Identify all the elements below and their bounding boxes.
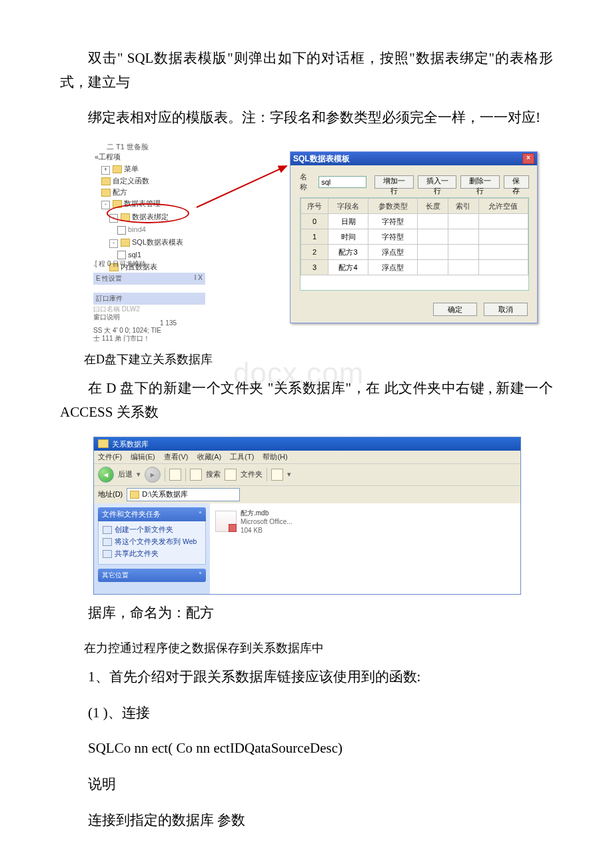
task-link[interactable]: 创建一个新文件夹 — [103, 524, 201, 536]
collapse-icon[interactable]: - — [101, 201, 110, 209]
table-row[interactable]: 3配方4浮点型 — [301, 260, 528, 275]
add-row-button[interactable]: 增加一行 — [374, 175, 414, 189]
dialog-toolbar: 名称 增加一行 插入一行 删除一行 保存 — [300, 172, 529, 192]
file-item[interactable]: 配方.mdb Microsoft Office... 104 KB — [215, 509, 515, 535]
col-header[interactable]: 索引 — [448, 199, 478, 214]
file-icon — [117, 251, 126, 259]
cell-type[interactable]: 字符型 — [368, 214, 418, 229]
folder-icon — [101, 177, 111, 185]
file-name: 配方.mdb — [241, 509, 293, 517]
tree-item[interactable]: +菜单 — [101, 163, 183, 175]
cell-null[interactable] — [478, 245, 528, 260]
screenshot-explorer: 关系数据库 文件(F) 编辑(E) 查看(V) 收藏(A) 工具(T) 帮助(H… — [93, 437, 521, 595]
tree-item[interactable]: 配方 — [101, 187, 183, 198]
save-button[interactable]: 保存 — [504, 175, 529, 189]
cell-index-flag[interactable] — [448, 229, 478, 245]
cell-len[interactable] — [418, 229, 448, 245]
col-header[interactable]: 序号 — [301, 199, 328, 214]
paragraph-6: 在力控通过程序使之数据保存到关系数据库中 — [60, 637, 553, 659]
search-icon[interactable] — [190, 469, 202, 481]
forward-button[interactable]: ► — [145, 467, 161, 483]
cell-null[interactable] — [478, 260, 528, 275]
cell-field[interactable]: 配方4 — [328, 260, 368, 275]
task-link[interactable]: 将这个文件夹发布到 Web — [103, 536, 201, 548]
back-label: 后退 — [118, 469, 133, 479]
paragraph-7: 1、首先介绍对于跟关系数据库链接应该使用到的函数: — [60, 665, 553, 689]
cell-index-flag[interactable] — [448, 214, 478, 229]
paragraph-8: (1 )、连接 — [60, 701, 553, 725]
search-label: 搜索 — [206, 469, 221, 479]
paragraph-3: 在D盘下建立关系数据库 — [60, 349, 553, 370]
col-header[interactable]: 字段名 — [328, 199, 368, 214]
insert-row-button[interactable]: 插入一行 — [418, 175, 457, 189]
ok-button[interactable]: 确定 — [433, 303, 477, 316]
table-row[interactable]: 0日期字符型 — [301, 214, 528, 229]
explorer-toolbar: ◄ 后退 ▾ ► 搜索 文件夹 ▾ — [94, 463, 520, 486]
cell-field[interactable]: 时间 — [328, 229, 368, 245]
menu-bar[interactable]: 文件(F) 编辑(E) 查看(V) 收藏(A) 工具(T) 帮助(H) — [94, 451, 520, 463]
address-box[interactable]: D:\关系数据库 — [127, 488, 240, 501]
collapse-icon[interactable]: - — [109, 239, 118, 248]
cell-index: 1 — [301, 229, 328, 245]
col-header[interactable]: 长度 — [418, 199, 448, 214]
tree-item[interactable]: bind4 — [117, 225, 183, 235]
name-input[interactable] — [318, 176, 366, 188]
paragraph-11: 连接到指定的数据库 参数 — [60, 809, 553, 833]
views-icon[interactable] — [271, 469, 283, 481]
menu-item[interactable]: 工具(T) — [230, 453, 254, 461]
cell-null[interactable] — [478, 214, 528, 229]
menu-item[interactable]: 编辑(E) — [131, 453, 155, 461]
cell-type[interactable]: 浮点型 — [368, 245, 418, 260]
menu-item[interactable]: 帮助(H) — [263, 453, 287, 461]
menu-item[interactable]: 收藏(A) — [197, 453, 222, 461]
task-panel-header[interactable]: 文件和文件夹任务 ˄ — [98, 507, 206, 521]
highlight-circle — [107, 203, 189, 223]
fields-grid[interactable]: 序号 字段名 参数类型 长度 索引 允许空值 0日期字符型1时间字符型2配方3浮… — [301, 198, 528, 275]
folders-icon[interactable] — [225, 469, 237, 481]
address-path: D:\关系数据库 — [142, 489, 188, 499]
address-label: 地址(D) — [98, 489, 123, 499]
menu-item[interactable]: 文件(F) — [98, 453, 122, 461]
misc-text: 1 135 — [160, 319, 177, 327]
tree-sub: «工程项 — [95, 152, 183, 162]
cell-null[interactable] — [478, 229, 528, 245]
folder-icon — [113, 165, 122, 173]
chevron-up-icon[interactable]: ˄ — [199, 511, 202, 518]
cell-type[interactable]: 字符型 — [368, 229, 418, 245]
cell-index: 0 — [301, 214, 328, 229]
expand-icon[interactable]: + — [101, 166, 110, 175]
task-link[interactable]: 共享此文件夹 — [103, 548, 201, 560]
other-places-header[interactable]: 其它位置 ˅ — [98, 569, 206, 582]
tree-item[interactable]: 自定义函数 — [101, 175, 183, 187]
table-row[interactable]: 1时间字符型 — [301, 229, 528, 245]
arrow-icon — [193, 161, 290, 211]
cell-len[interactable] — [418, 245, 448, 260]
close-icon[interactable]: × — [522, 153, 534, 164]
new-folder-icon — [103, 526, 112, 534]
chevron-down-icon[interactable]: ˅ — [199, 571, 202, 579]
cell-index-flag[interactable] — [448, 260, 478, 275]
tree-item[interactable]: -SQL数据表模表 — [109, 237, 183, 249]
explorer-content[interactable]: 配方.mdb Microsoft Office... 104 KB — [210, 503, 520, 594]
up-icon[interactable] — [169, 469, 181, 481]
misc-panel: 訂口庫件 — [93, 293, 205, 305]
col-header[interactable]: 允许空值 — [478, 199, 528, 214]
address-bar: 地址(D) D:\关系数据库 — [94, 486, 520, 503]
file-meta: 配方.mdb Microsoft Office... 104 KB — [241, 509, 293, 535]
misc-text: 士 111 弟 门市口！ — [93, 334, 150, 343]
tree-item-active[interactable]: sql1 — [117, 250, 183, 261]
col-header[interactable]: 参数类型 — [368, 199, 418, 214]
cell-field[interactable]: 配方3 — [328, 245, 368, 260]
task-panel-list: 创建一个新文件夹 将这个文件夹发布到 Web 共享此文件夹 — [98, 521, 206, 565]
back-button[interactable]: ◄ — [98, 467, 114, 483]
cell-type[interactable]: 浮点型 — [368, 260, 418, 275]
table-row[interactable]: 2配方3浮点型 — [301, 245, 528, 260]
cell-index-flag[interactable] — [448, 245, 478, 260]
cell-field[interactable]: 日期 — [328, 214, 368, 229]
cell-len[interactable] — [418, 260, 448, 275]
folder-icon — [121, 239, 130, 247]
delete-row-button[interactable]: 删除一行 — [460, 175, 500, 189]
cell-len[interactable] — [418, 214, 448, 229]
menu-item[interactable]: 查看(V) — [164, 453, 189, 461]
cancel-button[interactable]: 取消 — [484, 303, 528, 316]
